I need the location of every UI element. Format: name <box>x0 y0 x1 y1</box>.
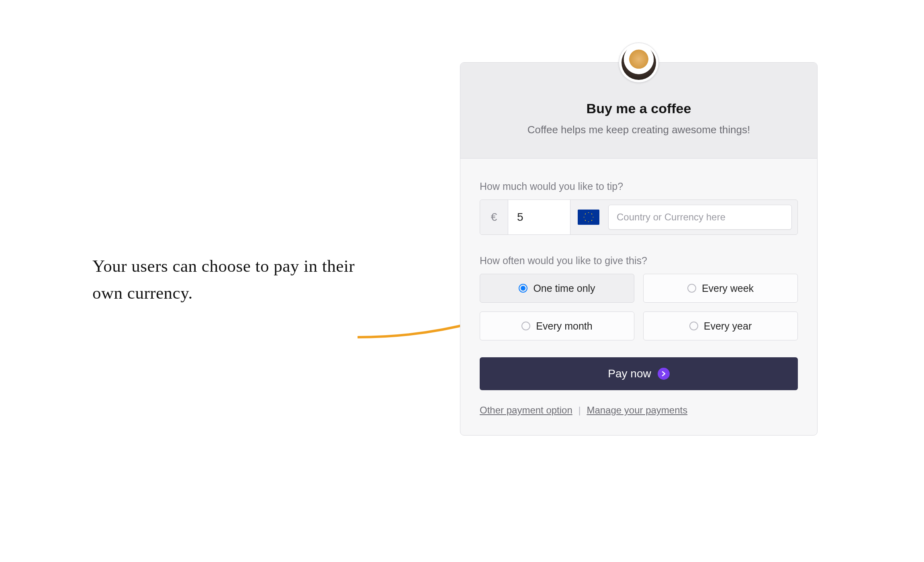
frequency-option-one-time[interactable]: One time only <box>480 274 634 303</box>
card-subtitle: Coffee helps me keep creating awesome th… <box>476 124 801 136</box>
frequency-label: How often would you like to give this? <box>480 255 798 267</box>
frequency-option-label: Every year <box>704 320 752 332</box>
footer-separator: | <box>578 405 581 415</box>
coffee-icon <box>621 45 656 80</box>
frequency-option-label: Every week <box>702 283 754 294</box>
footer-links: Other payment option | Manage your payme… <box>480 405 798 416</box>
tip-amount-input[interactable] <box>508 200 570 234</box>
radio-icon <box>519 284 527 293</box>
card-header: Buy me a coffee Coffee helps me keep cre… <box>460 63 817 159</box>
currency-search-input[interactable] <box>608 205 792 230</box>
manage-payments-link[interactable]: Manage your payments <box>587 405 687 415</box>
other-payment-link[interactable]: Other payment option <box>480 405 572 415</box>
pay-now-label: Pay now <box>608 367 651 380</box>
card-title: Buy me a coffee <box>476 101 801 116</box>
chevron-right-icon <box>658 368 670 380</box>
currency-flag-cell[interactable] <box>570 200 607 234</box>
frequency-option-monthly[interactable]: Every month <box>480 312 634 340</box>
card-body: How much would you like to tip? € How of… <box>460 159 817 435</box>
radio-icon <box>521 322 530 330</box>
frequency-grid: One time only Every week Every month Eve… <box>480 274 798 340</box>
radio-icon <box>687 284 696 293</box>
tip-amount-row: € <box>480 200 798 235</box>
radio-icon <box>689 322 698 330</box>
tip-card: Buy me a coffee Coffee helps me keep cre… <box>460 62 818 436</box>
eu-flag-icon <box>578 210 599 225</box>
frequency-option-label: One time only <box>533 283 595 294</box>
frequency-option-weekly[interactable]: Every week <box>643 274 798 303</box>
avatar <box>619 43 659 83</box>
frequency-option-yearly[interactable]: Every year <box>643 312 798 340</box>
currency-symbol: € <box>480 200 508 234</box>
pay-now-button[interactable]: Pay now <box>480 357 798 390</box>
currency-search-wrap <box>607 200 797 234</box>
annotation-text: Your users can choose to pay in their ow… <box>92 253 374 306</box>
frequency-option-label: Every month <box>536 320 592 332</box>
tip-amount-label: How much would you like to tip? <box>480 181 798 192</box>
